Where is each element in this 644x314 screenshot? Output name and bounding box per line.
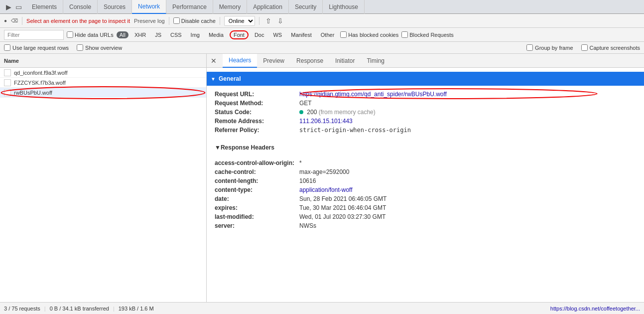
options-row: Use large request rows Show overview Gro… (0, 42, 644, 54)
filter-doc[interactable]: Doc (252, 31, 267, 38)
clear-btn[interactable]: ⌫ (11, 18, 18, 23)
filter-xhr[interactable]: XHR (131, 31, 149, 38)
server-key: server: (215, 222, 299, 229)
status-code-row: Status Code: 200 (from memory cache) (215, 108, 636, 117)
filter-other[interactable]: Other (318, 31, 338, 38)
disable-cache-checkbox[interactable] (173, 17, 180, 24)
request-item-selected[interactable]: rwBUsPbU.woff (0, 88, 206, 98)
content-length-key: content-length: (215, 177, 299, 184)
filter-css[interactable]: CSS (167, 31, 185, 38)
request-item[interactable]: FZZCYSK.f7b3a.woff (0, 78, 206, 88)
capture-screenshots-check[interactable]: Capture screenshots (581, 44, 641, 51)
filter-manifest[interactable]: Manifest (288, 31, 315, 38)
last-modified-row: last-modified: Wed, 01 Jul 2020 03:27:30… (215, 212, 636, 221)
status-sep-1: | (44, 306, 46, 312)
select-element-text: Select an element on the page to inspect… (26, 18, 130, 24)
tab-performance[interactable]: Performance (166, 0, 213, 14)
close-detail-btn[interactable]: ✕ (209, 56, 219, 66)
has-blocked-cookies-label: Has blocked cookies (348, 32, 398, 38)
detail-tab-response[interactable]: Response (290, 54, 329, 68)
large-rows-label: Use large request rows (12, 45, 69, 51)
date-value: Sun, 28 Feb 2021 06:46:05 GMT (299, 195, 636, 202)
item-name: rwBUsPbU.woff (14, 90, 202, 96)
hide-data-urls-check[interactable]: Hide data URLs (67, 31, 114, 38)
referrer-policy-value: strict-origin-when-cross-origin (299, 127, 636, 134)
tab-console[interactable]: Console (63, 0, 98, 14)
detail-tab-headers[interactable]: Headers (223, 54, 257, 68)
request-url-value: https://qidian.gtimg.com/qd_anti_spider/… (299, 91, 636, 98)
response-headers-title: Response Headers (221, 144, 274, 151)
group-by-frame-check[interactable]: Group by frame (526, 44, 573, 51)
general-section-body: Request URL: https://qidian.gtimg.com/qd… (215, 88, 636, 137)
detail-panel: ✕ Headers Preview Response Initiator Tim… (207, 54, 644, 302)
tab-lighthouse[interactable]: Lighthouse (323, 0, 365, 14)
throttle-select[interactable]: Online (224, 16, 255, 26)
show-overview-check[interactable]: Show overview (77, 44, 122, 51)
record-btn[interactable]: ● (4, 18, 7, 23)
separator-3 (220, 17, 220, 25)
tab-sources[interactable]: Sources (98, 0, 132, 14)
cache-control-value: max-age=2592000 (299, 168, 636, 175)
tab-security[interactable]: Security (289, 0, 323, 14)
filter-row: Hide data URLs All XHR JS CSS Img Media … (0, 28, 644, 42)
detail-tab-timing[interactable]: Timing (361, 54, 390, 68)
capture-screenshots-checkbox[interactable] (581, 44, 588, 51)
item-checkbox (4, 79, 11, 86)
has-blocked-cookies-check[interactable]: Has blocked cookies (340, 31, 398, 38)
tab-application[interactable]: Application (247, 0, 289, 14)
filter-input[interactable] (4, 30, 64, 40)
content-length-row: content-length: 10616 (215, 176, 636, 185)
large-rows-checkbox[interactable] (4, 44, 10, 51)
request-list-header: Name (0, 54, 206, 68)
request-method-value: GET (299, 100, 636, 107)
resource-size: 193 kB / 1.6 M (119, 306, 154, 312)
requests-count: 3 / 75 requests (4, 306, 40, 312)
capture-screenshots-label: Capture screenshots (590, 45, 641, 51)
group-by-frame-checkbox[interactable] (526, 44, 533, 51)
tab-memory[interactable]: Memory (213, 0, 247, 14)
tab-elements[interactable]: Elements (26, 0, 63, 14)
disable-cache-label: Disable cache (181, 18, 216, 24)
filter-all[interactable]: All (117, 31, 129, 38)
import-btn[interactable]: ⇧ (263, 17, 273, 25)
export-btn[interactable]: ⇩ (275, 17, 285, 25)
transferred-size: 0 B / 34.1 kB transferred (50, 306, 109, 312)
arrow-icon: ▼ (211, 76, 216, 82)
response-headers-body: access-control-allow-origin: * cache-con… (215, 157, 636, 232)
request-item[interactable]: qd_iconfont.f9a3f.woff (0, 68, 206, 78)
response-headers-section-header[interactable]: ▼ Response Headers (215, 141, 636, 155)
content-type-key: content-type: (215, 186, 299, 193)
inspect-icon[interactable]: ▶ (6, 3, 11, 11)
cache-text: (from memory cache) (319, 109, 376, 116)
request-list: Name qd_iconfont.f9a3f.woff FZZCYSK.f7b3… (0, 54, 207, 302)
expires-key: expires: (215, 204, 299, 211)
filter-media[interactable]: Media (206, 31, 227, 38)
request-url-row: Request URL: https://qidian.gtimg.com/qd… (215, 90, 636, 99)
tab-network[interactable]: Network (132, 0, 166, 14)
filter-js[interactable]: JS (152, 31, 164, 38)
detail-tab-initiator[interactable]: Initiator (329, 54, 361, 68)
detail-tab-preview[interactable]: Preview (257, 54, 290, 68)
show-overview-checkbox[interactable] (77, 44, 83, 51)
large-rows-check[interactable]: Use large request rows (4, 44, 69, 51)
has-blocked-cookies-checkbox[interactable] (340, 31, 347, 38)
filter-img[interactable]: Img (188, 31, 203, 38)
filter-ws[interactable]: WS (270, 31, 285, 38)
device-icon[interactable]: ▭ (15, 3, 22, 11)
detail-tabs: ✕ Headers Preview Response Initiator Tim… (207, 54, 644, 68)
disable-cache-check[interactable]: Disable cache (173, 17, 216, 24)
content-length-value: 10616 (299, 177, 636, 184)
item-checkbox (4, 69, 11, 76)
filter-font[interactable]: Font (230, 30, 249, 39)
general-section-header[interactable]: ▼ General (207, 72, 644, 86)
status-url: https://blog.csdn.net/coffeetogether... (550, 306, 640, 312)
hide-data-urls-checkbox[interactable] (67, 31, 73, 38)
blocked-requests-checkbox[interactable] (401, 31, 408, 38)
expires-value: Tue, 30 Mar 2021 06:46:04 GMT (299, 204, 636, 211)
acao-row: access-control-allow-origin: * (215, 158, 636, 167)
preserve-log-label: Preserve log (134, 18, 165, 24)
blocked-requests-check[interactable]: Blocked Requests (401, 31, 454, 38)
status-bar: 3 / 75 requests | 0 B / 34.1 kB transfer… (0, 302, 644, 314)
remote-address-value: 111.206.15.101:443 (299, 118, 636, 125)
acao-key: access-control-allow-origin: (215, 159, 299, 166)
